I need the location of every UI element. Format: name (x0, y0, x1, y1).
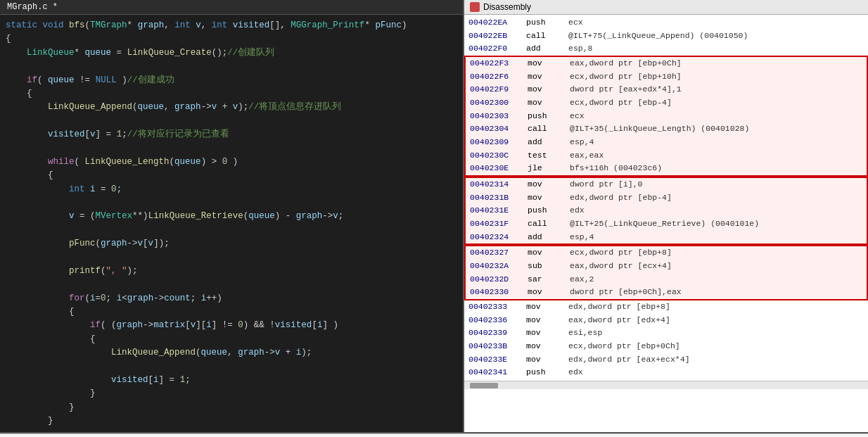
disasm-row-group3-end: 00402330 mov dword ptr [ebp+0Ch],eax (464, 286, 868, 300)
code-line: LinkQueue_Append(queue, graph->v + v);//… (6, 101, 457, 114)
code-panel-title: MGraph.c * (0, 0, 463, 15)
code-line (6, 115, 457, 128)
code-line (6, 251, 457, 264)
code-line: while( LinkQueue_Length(queue) > 0 ) (6, 156, 457, 169)
code-line (6, 360, 457, 373)
code-line: visited[v] = 1;//将对应行记录为已查看 (6, 128, 457, 141)
bottom-wrapper: 框1： 比较LinkQueue_Length(queue) 如果小于等于0 就跳… (0, 433, 868, 437)
code-line: } (6, 414, 457, 428)
disasm-scrollbar[interactable] (464, 381, 868, 389)
disasm-row: 00402333 mov edx,dword ptr [ebp+8] (464, 300, 868, 314)
code-panel: MGraph.c * static void bfs(TMGraph* grap… (0, 0, 464, 432)
disasm-row-group2-start: 00402314 mov dword ptr [i],0 (464, 177, 868, 191)
disasm-title-label: Disassembly (483, 2, 531, 12)
code-line: visited[i] = 1; (6, 374, 457, 387)
main-container: MGraph.c * static void bfs(TMGraph* grap… (0, 0, 868, 437)
disasm-row: 0040232D sar eax,2 (464, 273, 868, 286)
disasm-row: 0040230C test eax,eax (464, 149, 868, 163)
code-line: { (6, 333, 457, 346)
code-line: } (6, 401, 457, 414)
disasm-row: 004022F9 mov dword ptr [eax+edx*4],1 (464, 83, 868, 96)
annotation-area: 框1： 比较LinkQueue_Length(queue) 如果小于等于0 就跳… (0, 433, 868, 437)
code-line: LinkQueue_Append(queue, graph->v + i); (6, 346, 457, 360)
code-line: v = (MVertex**)LinkQueue_Retrieve(queue)… (6, 210, 457, 223)
disasm-scroll-thumb[interactable] (470, 383, 498, 388)
disasm-row: 0040233E mov edx,dword ptr [eax+ecx*4] (464, 353, 868, 367)
disasm-row: 0040233B mov ecx,dword ptr [ebp+0Ch] (464, 340, 868, 353)
code-content: static void bfs(TMGraph* graph, int v, i… (0, 15, 463, 432)
code-line: { (6, 87, 457, 101)
code-title-label: MGraph.c * (7, 2, 58, 12)
disasm-row-group2-end: 00402324 add esp,4 (464, 231, 868, 246)
code-line: pFunc(graph->v[v]); (6, 237, 457, 251)
disasm-row-group3-start: 00402327 mov ecx,dword ptr [ebp+8] (464, 245, 868, 260)
code-line: printf(", "); (6, 265, 457, 278)
disasm-row: 00402309 add esp,4 (464, 136, 868, 149)
disasm-panel: Disassembly 004022EA push ecx 004022EB c… (464, 0, 868, 432)
disasm-row: 004022EB call @ILT+75(_LinkQueue_Append)… (464, 30, 868, 43)
code-line: { (6, 32, 457, 46)
disasm-row: 00402304 call @ILT+35(_LinkQueue_Length)… (464, 122, 868, 136)
disasm-row: 004022F0 add esp,8 (464, 42, 868, 56)
disasm-row: 004022F6 mov ecx,dword ptr [ebp+10h] (464, 70, 868, 84)
disasm-row: 0040232A sub eax,dword ptr [ecx+4] (464, 260, 868, 273)
disasm-row: 0040231F call @ILT+25(_LinkQueue_Retriev… (464, 217, 868, 231)
disasm-row: 00402341 push edx (464, 366, 868, 379)
code-line: LinkQueue* queue = LinkQueue_Create();//… (6, 46, 457, 60)
code-line: if( queue != NULL )//创建成功 (6, 74, 457, 87)
code-line (6, 60, 457, 73)
code-line: { (6, 305, 457, 319)
disasm-icon (470, 2, 480, 12)
code-line (6, 196, 457, 210)
disasm-row: 004022EA push ecx (464, 16, 868, 30)
code-line (6, 278, 457, 291)
code-line (6, 224, 457, 237)
code-line (6, 141, 457, 155)
disasm-row: 00402339 mov esi,esp (464, 327, 868, 340)
code-line: static void bfs(TMGraph* graph, int v, i… (6, 19, 457, 32)
disasm-row-group1-end: 0040230E jle bfs+116h (004023c6) (464, 162, 868, 177)
code-line: for(i=0; i<graph->count; i++) (6, 292, 457, 305)
disasm-row: 0040231B mov edx,dword ptr [ebp-4] (464, 191, 868, 205)
disasm-row-group1-start: 004022F3 mov eax,dword ptr [ebp+0Ch] (464, 56, 868, 70)
code-line: } (6, 387, 457, 400)
disasm-row: 0040231E push edx (464, 204, 868, 217)
disasm-title: Disassembly (464, 0, 868, 15)
top-panel: MGraph.c * static void bfs(TMGraph* grap… (0, 0, 868, 433)
disasm-row: 00402336 mov eax,dword ptr [edx+4] (464, 314, 868, 327)
disasm-row: 00402303 push ecx (464, 110, 868, 123)
code-line: { (6, 169, 457, 182)
code-line: int i = 0; (6, 183, 457, 196)
code-line: if( (graph->matrix[v][i] != 0) && !visit… (6, 319, 457, 332)
disasm-content: 004022EA push ecx 004022EB call @ILT+75(… (464, 15, 868, 381)
disasm-row: 00402300 mov ecx,dword ptr [ebp-4] (464, 96, 868, 110)
